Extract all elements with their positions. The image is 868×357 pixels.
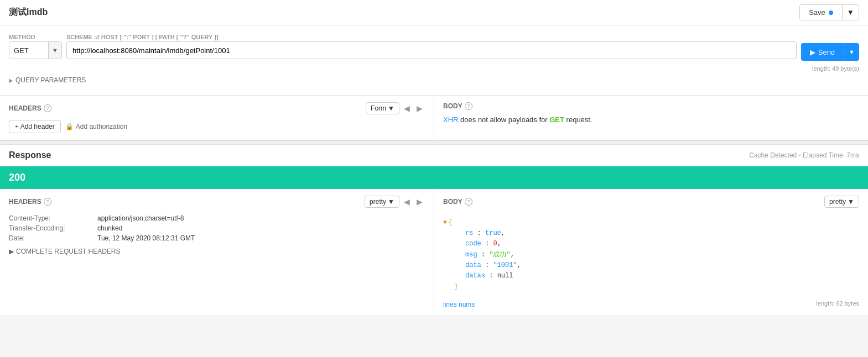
response-header-bar: Response Cache Detected - Elapsed Time: … xyxy=(0,145,868,166)
query-params-label: QUERY PARAMETERS xyxy=(15,76,86,84)
url-container: SCHEME :// HOST [ ":" PORT ] [ PATH [ "?… xyxy=(66,34,797,59)
body-help-icon[interactable]: ? xyxy=(465,102,472,110)
resp-body-footer: lines nums length: 62 bytes xyxy=(443,298,859,308)
send-button-group: ▶ Send ▼ xyxy=(801,43,859,61)
save-button[interactable]: Save xyxy=(800,5,842,20)
collapse-left-icon[interactable]: ◀ xyxy=(402,104,412,113)
get-link[interactable]: GET xyxy=(549,116,564,124)
resp-headers-help-icon[interactable]: ? xyxy=(44,198,51,206)
chevron-down-icon: ▼ xyxy=(388,198,394,206)
response-section: Response Cache Detected - Elapsed Time: … xyxy=(0,145,868,315)
lock-icon: 🔒 xyxy=(65,123,74,130)
method-label: METHOD xyxy=(9,34,62,40)
send-dropdown-button[interactable]: ▼ xyxy=(844,43,859,61)
save-button-group: Save ▼ xyxy=(799,4,859,20)
pretty-label: pretty xyxy=(370,198,386,206)
chevron-right-icon: ▶ xyxy=(9,248,14,255)
chevron-down-icon: ▼ xyxy=(388,104,394,112)
table-row: Date: Tue, 12 May 2020 08:12:31 GMT xyxy=(9,233,425,243)
resp-headers-title-group: HEADERS ? xyxy=(9,198,51,206)
status-bar: 200 xyxy=(0,166,868,189)
response-headers-panel: HEADERS ? pretty ▼ ◀ ▶ Content-Type: app… xyxy=(0,189,434,315)
body-panel-header: BODY ? xyxy=(443,102,859,110)
status-code: 200 xyxy=(9,172,25,183)
xhr-link[interactable]: XHR xyxy=(443,116,458,124)
send-button[interactable]: ▶ Send xyxy=(801,43,844,61)
json-open-brace: { xyxy=(448,219,452,227)
headers-panel-header: HEADERS ? Form ▼ ◀ ▶ xyxy=(9,102,425,114)
resp-headers-collapse-right-icon[interactable]: ▶ xyxy=(414,197,425,206)
add-auth-label: Add authorization xyxy=(76,123,127,130)
app-title: 测试lmdb xyxy=(9,7,48,18)
url-input[interactable] xyxy=(66,41,797,59)
response-title: Response xyxy=(9,150,51,160)
chevron-right-icon: ▶ xyxy=(9,77,13,83)
complete-headers-toggle[interactable]: ▶ COMPLETE REQUEST HEADERS xyxy=(9,248,425,255)
cache-info: Cache Detected - Elapsed Time: 7ms xyxy=(749,151,859,159)
headers-title-group: HEADERS ? xyxy=(9,104,51,112)
headers-help-icon[interactable]: ? xyxy=(44,104,51,112)
json-datas-row: datas : null xyxy=(465,272,513,280)
json-collapse-icon[interactable]: ▼ xyxy=(443,218,447,228)
resp-body-title-group: BODY ? xyxy=(443,198,472,206)
resp-headers-pretty-button[interactable]: pretty ▼ xyxy=(365,196,399,208)
form-label: Form xyxy=(371,104,386,112)
resp-body-help-icon[interactable]: ? xyxy=(465,198,472,206)
save-label: Save xyxy=(809,8,825,17)
headers-controls: Form ▼ ◀ ▶ xyxy=(366,102,425,114)
length-info: length: 49 byte(s) xyxy=(9,65,859,72)
url-label: SCHEME :// HOST [ ":" PORT ] [ PATH [ "?… xyxy=(66,34,797,40)
table-row: Transfer-Encoding: chunked xyxy=(9,223,425,233)
resp-body-length: length: 62 bytes xyxy=(816,300,859,307)
header-value: chunked xyxy=(97,223,425,233)
json-rs-row: rs : true, xyxy=(465,229,505,237)
collapse-right-icon[interactable]: ▶ xyxy=(414,104,425,113)
lines-nums-link[interactable]: lines nums xyxy=(443,301,475,308)
add-authorization-button[interactable]: 🔒 Add authorization xyxy=(65,123,127,130)
header-value: Tue, 12 May 2020 08:12:31 GMT xyxy=(97,233,425,243)
request-headers-panel: HEADERS ? Form ▼ ◀ ▶ + Add header 🔒 Add … xyxy=(0,96,434,140)
table-row: Content-Type: application/json;charset=u… xyxy=(9,213,425,223)
method-select[interactable]: GET POST PUT DELETE xyxy=(9,41,48,59)
method-select-wrapper: GET POST PUT DELETE ▼ xyxy=(9,41,62,59)
form-button[interactable]: Form ▼ xyxy=(366,102,399,114)
json-code-row: code : 0, xyxy=(465,240,501,248)
response-headers-table: Content-Type: application/json;charset=u… xyxy=(9,213,425,243)
save-dot-indicator xyxy=(829,11,833,15)
query-params-row[interactable]: ▶ QUERY PARAMETERS xyxy=(9,74,859,86)
save-dropdown-button[interactable]: ▼ xyxy=(842,5,859,20)
resp-body-panel-header: BODY ? pretty ▼ xyxy=(443,196,859,208)
body-title: BODY xyxy=(443,102,462,110)
request-section: METHOD GET POST PUT DELETE ▼ SCHEME :// … xyxy=(0,25,868,96)
response-body-panel: BODY ? pretty ▼ ▼{ rs : true, code : xyxy=(434,189,868,315)
resp-headers-collapse-left-icon[interactable]: ◀ xyxy=(402,197,412,206)
chevron-down-icon: ▼ xyxy=(847,8,854,17)
json-msg-row: msg : "成功", xyxy=(465,251,514,259)
response-panels: HEADERS ? pretty ▼ ◀ ▶ Content-Type: app… xyxy=(0,189,868,315)
body-pretty-label: pretty xyxy=(829,198,846,206)
json-viewer: ▼{ rs : true, code : 0, msg : "成功", xyxy=(443,213,859,296)
chevron-down-icon: ▼ xyxy=(848,198,854,206)
header-key: Date: xyxy=(9,233,97,243)
headers-body-section: HEADERS ? Form ▼ ◀ ▶ + Add header 🔒 Add … xyxy=(0,96,868,140)
method-container: METHOD GET POST PUT DELETE ▼ xyxy=(9,34,62,59)
send-label: Send xyxy=(818,48,835,56)
header-value: application/json;charset=utf-8 xyxy=(97,213,425,223)
method-dropdown-button[interactable]: ▼ xyxy=(48,41,61,59)
json-data-row: data : "1001", xyxy=(465,261,521,269)
resp-body-pretty-button[interactable]: pretty ▼ xyxy=(824,196,859,208)
request-body-panel: BODY ? XHR does not allow payloads for G… xyxy=(434,96,868,140)
resp-headers-panel-header: HEADERS ? pretty ▼ ◀ ▶ xyxy=(9,196,425,208)
headers-actions: + Add header 🔒 Add authorization xyxy=(9,120,425,133)
resp-headers-title: HEADERS xyxy=(9,198,41,206)
chevron-down-icon: ▼ xyxy=(849,49,855,55)
headers-title: HEADERS xyxy=(9,104,41,112)
resp-headers-controls: pretty ▼ ◀ ▶ xyxy=(365,196,425,208)
header-key: Content-Type: xyxy=(9,213,97,223)
send-group: ▶ Send ▼ xyxy=(801,32,859,61)
complete-headers-label: COMPLETE REQUEST HEADERS xyxy=(16,248,120,255)
xhr-notice: XHR does not allow payloads for GET requ… xyxy=(443,116,859,124)
json-close-brace: } xyxy=(454,282,458,290)
add-header-button[interactable]: + Add header xyxy=(9,120,61,133)
top-bar: 测试lmdb Save ▼ xyxy=(0,0,868,25)
